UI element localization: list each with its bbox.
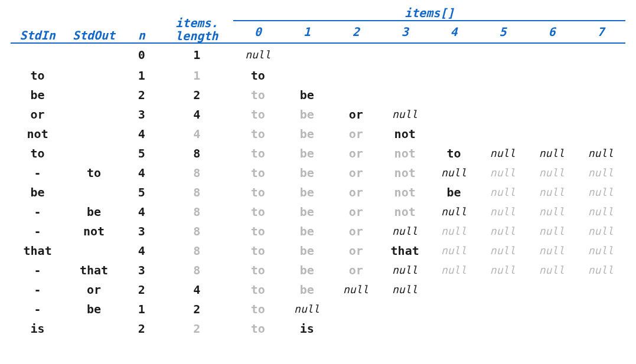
n-cell: 2 (123, 85, 160, 104)
stdin-cell: not (11, 124, 64, 143)
stdout-cell: be (64, 202, 123, 221)
header-length-line1: items. (175, 16, 218, 30)
length-cell: 8 (160, 221, 233, 241)
array-cell: null (527, 221, 576, 241)
array-cell: null (576, 221, 625, 241)
array-cell: null (527, 163, 576, 182)
array-cell (380, 319, 429, 338)
array-cell: be (282, 182, 331, 202)
array-cell (478, 280, 527, 299)
array-cell: to (233, 319, 282, 338)
array-cell: or (331, 221, 380, 241)
array-cell (478, 124, 527, 143)
n-cell: 1 (123, 299, 160, 319)
stdin-cell: - (11, 202, 64, 221)
array-cell: to (233, 124, 282, 143)
length-cell: 8 (160, 260, 233, 280)
array-cell (576, 65, 625, 85)
header-length: items. length (160, 0, 233, 42)
stdin-cell: is (11, 319, 64, 338)
array-cell: to (429, 143, 478, 163)
table-row: -or24tobenullnull (11, 280, 625, 299)
header-index-4: 4 (429, 21, 478, 42)
array-cell (527, 85, 576, 104)
header-index-1: 1 (282, 21, 331, 42)
array-cell (478, 104, 527, 124)
array-cell: be (282, 104, 331, 124)
stdin-cell: - (11, 163, 64, 182)
array-cell: be (282, 241, 331, 260)
array-cell (576, 319, 625, 338)
table-row: to11to (11, 65, 625, 85)
array-cell (331, 319, 380, 338)
array-cell: or (331, 104, 380, 124)
array-cell: that (380, 241, 429, 260)
stdin-cell: - (11, 221, 64, 241)
array-cell: null (380, 280, 429, 299)
array-cell (380, 299, 429, 319)
array-cell (282, 43, 331, 65)
stdout-cell (64, 241, 123, 260)
array-cell (576, 85, 625, 104)
n-cell: 4 (123, 241, 160, 260)
header-index-6: 6 (527, 21, 576, 42)
array-cell: or (331, 163, 380, 182)
header-stdout: StdOut (64, 0, 123, 42)
n-cell: 2 (123, 319, 160, 338)
array-cell (331, 85, 380, 104)
array-cell (380, 85, 429, 104)
array-cell (527, 104, 576, 124)
array-cell: not (380, 163, 429, 182)
array-cell: be (282, 202, 331, 221)
array-cell: null (576, 163, 625, 182)
array-cell: not (380, 182, 429, 202)
array-cell: to (233, 104, 282, 124)
length-cell: 2 (160, 319, 233, 338)
array-cell: null (478, 241, 527, 260)
array-cell: is (282, 319, 331, 338)
array-cell (380, 43, 429, 65)
array-cell: or (331, 124, 380, 143)
array-cell: or (331, 260, 380, 280)
array-cell: or (331, 202, 380, 221)
array-cell: to (233, 65, 282, 85)
stdin-cell: - (11, 260, 64, 280)
header-n: n (123, 0, 160, 42)
array-cell (478, 65, 527, 85)
array-cell: null (380, 260, 429, 280)
n-cell: 1 (123, 65, 160, 85)
array-cell: null (478, 182, 527, 202)
array-cell: null (478, 143, 527, 163)
n-cell: 5 (123, 182, 160, 202)
header-index-3: 3 (380, 21, 429, 42)
array-cell: null (527, 182, 576, 202)
length-cell: 4 (160, 280, 233, 299)
stdin-cell (11, 43, 64, 65)
length-cell: 2 (160, 85, 233, 104)
table-row: or34tobeornull (11, 104, 625, 124)
array-cell (429, 43, 478, 65)
table-row: be22tobe (11, 85, 625, 104)
header-length-line2: length (175, 29, 218, 43)
array-cell (478, 85, 527, 104)
array-cell: null (576, 241, 625, 260)
n-cell: 4 (123, 124, 160, 143)
length-cell: 1 (160, 65, 233, 85)
array-cell (527, 299, 576, 319)
array-cell (527, 280, 576, 299)
array-cell (527, 124, 576, 143)
array-cell (576, 43, 625, 65)
array-cell: to (233, 280, 282, 299)
array-cell: null (527, 241, 576, 260)
array-cell: null (331, 280, 380, 299)
table-row: -that38tobeornullnullnullnullnull (11, 260, 625, 280)
stdin-cell: or (11, 104, 64, 124)
array-cell: be (282, 85, 331, 104)
stdout-cell: that (64, 260, 123, 280)
length-cell: 8 (160, 202, 233, 221)
array-cell: to (233, 221, 282, 241)
stdout-cell (64, 85, 123, 104)
array-cell: null (380, 221, 429, 241)
array-cell (478, 43, 527, 65)
array-cell: null (429, 241, 478, 260)
